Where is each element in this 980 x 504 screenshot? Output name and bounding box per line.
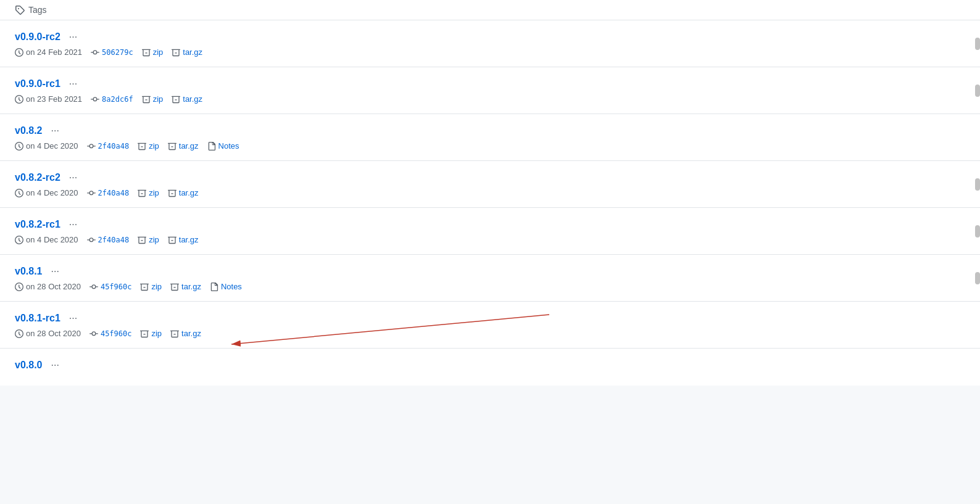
targz-link-v081rc1[interactable]: tar.gz (170, 329, 201, 338)
commit-hash-v081[interactable]: 45f960c (101, 283, 132, 291)
release-row-v082: v0.8.2 ··· on 4 Dec 2020 2f40a48 zip tar… (0, 114, 980, 161)
targz-link-v081[interactable]: tar.gz (170, 282, 201, 291)
targz-icon (168, 142, 176, 151)
release-date-v081rc1: on 28 Oct 2020 (15, 329, 81, 338)
commit-hash-v082rc1[interactable]: 2f40a48 (98, 236, 130, 244)
zip-link-v090rc2[interactable]: zip (142, 48, 164, 57)
commit-hash-v090rc2[interactable]: 506279c (102, 48, 133, 57)
dots-menu-v081rc1[interactable]: ··· (65, 312, 81, 325)
commit-icon (91, 95, 99, 104)
release-row-v080: v0.8.0 ··· (0, 349, 980, 386)
targz-icon (168, 236, 176, 244)
clock-icon (15, 283, 23, 291)
release-commit-v090rc1: 8a2dc6f (91, 95, 133, 104)
zip-icon (142, 95, 151, 104)
release-date-v081: on 28 Oct 2020 (15, 282, 81, 291)
release-date-v082rc2: on 4 Dec 2020 (15, 188, 78, 197)
dots-menu-v090rc1[interactable]: ··· (65, 77, 81, 91)
scroll-indicator (975, 85, 980, 97)
release-meta-v082: on 4 Dec 2020 2f40a48 zip tar.gz Notes (15, 141, 965, 151)
zip-icon (138, 236, 146, 244)
release-title-row: v0.8.1-rc1 ··· (15, 312, 965, 325)
tags-label: Tags (28, 5, 47, 15)
release-commit-v082: 2f40a48 (87, 142, 130, 151)
targz-icon (170, 283, 179, 291)
zip-link-v090rc1[interactable]: zip (142, 94, 164, 104)
release-title-row: v0.8.2-rc1 ··· (15, 218, 965, 231)
release-meta-v090rc1: on 23 Feb 2021 8a2dc6f zip tar.gz (15, 94, 965, 104)
clock-icon (15, 48, 23, 57)
targz-icon (172, 95, 180, 104)
page-container: Tags v0.9.0-rc2 ··· on 24 Feb 2021 50627… (0, 0, 980, 386)
commit-icon (89, 283, 98, 291)
release-title-row: v0.9.0-rc2 ··· (15, 30, 965, 44)
zip-link-v081rc1[interactable]: zip (140, 329, 162, 338)
targz-icon (170, 329, 179, 338)
release-name-v080[interactable]: v0.8.0 (15, 360, 42, 371)
clock-icon (15, 236, 23, 244)
release-date-v090rc2: on 24 Feb 2021 (15, 48, 82, 57)
targz-link-v082rc2[interactable]: tar.gz (168, 188, 199, 197)
notes-icon (207, 142, 216, 151)
release-title-row: v0.9.0-rc1 ··· (15, 77, 965, 91)
release-title-row: v0.8.2 ··· (15, 124, 965, 138)
commit-icon (87, 236, 96, 244)
release-title-row: v0.8.2-rc2 ··· (15, 171, 965, 184)
commit-icon (91, 48, 99, 57)
targz-link-v090rc1[interactable]: tar.gz (172, 94, 202, 104)
release-commit-v081rc1: 45f960c (89, 329, 132, 338)
release-date-v090rc1: on 23 Feb 2021 (15, 94, 82, 104)
targz-link-v090rc2[interactable]: tar.gz (172, 48, 202, 57)
release-row-v082rc1: v0.8.2-rc1 ··· on 4 Dec 2020 2f40a48 zip… (0, 208, 980, 255)
scroll-indicator (975, 38, 980, 50)
dots-menu-v082[interactable]: ··· (47, 124, 62, 138)
targz-icon (168, 189, 176, 197)
release-row-v082rc2: v0.8.2-rc2 ··· on 4 Dec 2020 2f40a48 zip… (0, 161, 980, 208)
dots-menu-v080[interactable]: ··· (47, 358, 62, 372)
release-name-v082rc2[interactable]: v0.8.2-rc2 (15, 172, 60, 183)
zip-link-v081[interactable]: zip (140, 282, 162, 291)
clock-icon (15, 329, 23, 338)
releases-list: v0.9.0-rc2 ··· on 24 Feb 2021 506279c zi… (0, 20, 980, 386)
targz-link-v082[interactable]: tar.gz (168, 141, 199, 151)
commit-icon (87, 189, 96, 197)
commit-hash-v090rc1[interactable]: 8a2dc6f (102, 95, 133, 104)
zip-icon (142, 48, 151, 57)
release-meta-v082rc2: on 4 Dec 2020 2f40a48 zip tar.gz (15, 188, 965, 197)
dots-menu-v081[interactable]: ··· (47, 265, 62, 278)
release-name-v090rc2[interactable]: v0.9.0-rc2 (15, 31, 60, 43)
release-name-v090rc1[interactable]: v0.9.0-rc1 (15, 78, 60, 89)
notes-link-v081[interactable]: Notes (210, 282, 242, 291)
commit-hash-v081rc1[interactable]: 45f960c (101, 329, 132, 338)
release-name-v081[interactable]: v0.8.1 (15, 266, 42, 277)
zip-icon (140, 283, 149, 291)
release-name-v082[interactable]: v0.8.2 (15, 125, 42, 136)
notes-icon (210, 283, 218, 291)
dots-menu-v082rc2[interactable]: ··· (65, 171, 81, 184)
release-row-v081: v0.8.1 ··· on 28 Oct 2020 45f960c zip ta… (0, 255, 980, 302)
zip-link-v082[interactable]: zip (138, 141, 159, 151)
clock-icon (15, 189, 23, 197)
release-meta-v081rc1: on 28 Oct 2020 45f960c zip tar.gz (15, 329, 965, 338)
targz-link-v082rc1[interactable]: tar.gz (168, 235, 199, 244)
notes-link-v082[interactable]: Notes (207, 141, 239, 151)
dots-menu-v082rc1[interactable]: ··· (65, 218, 81, 231)
release-title-row: v0.8.0 ··· (15, 358, 965, 372)
tag-icon (15, 5, 25, 15)
targz-icon (172, 48, 180, 57)
release-commit-v082rc2: 2f40a48 (87, 189, 130, 197)
release-row-v090rc2: v0.9.0-rc2 ··· on 24 Feb 2021 506279c zi… (0, 20, 980, 67)
zip-link-v082rc2[interactable]: zip (138, 188, 159, 197)
zip-icon (140, 329, 149, 338)
commit-hash-v082rc2[interactable]: 2f40a48 (98, 189, 130, 197)
zip-link-v082rc1[interactable]: zip (138, 235, 159, 244)
release-commit-v081: 45f960c (89, 283, 132, 291)
dots-menu-v090rc2[interactable]: ··· (65, 30, 81, 44)
scroll-indicator (975, 272, 980, 284)
zip-icon (138, 142, 146, 151)
release-meta-v081: on 28 Oct 2020 45f960c zip tar.gz Notes (15, 282, 965, 291)
release-title-row: v0.8.1 ··· (15, 265, 965, 278)
release-name-v081rc1[interactable]: v0.8.1-rc1 (15, 313, 60, 324)
release-name-v082rc1[interactable]: v0.8.2-rc1 (15, 219, 60, 230)
commit-hash-v082[interactable]: 2f40a48 (98, 142, 130, 151)
